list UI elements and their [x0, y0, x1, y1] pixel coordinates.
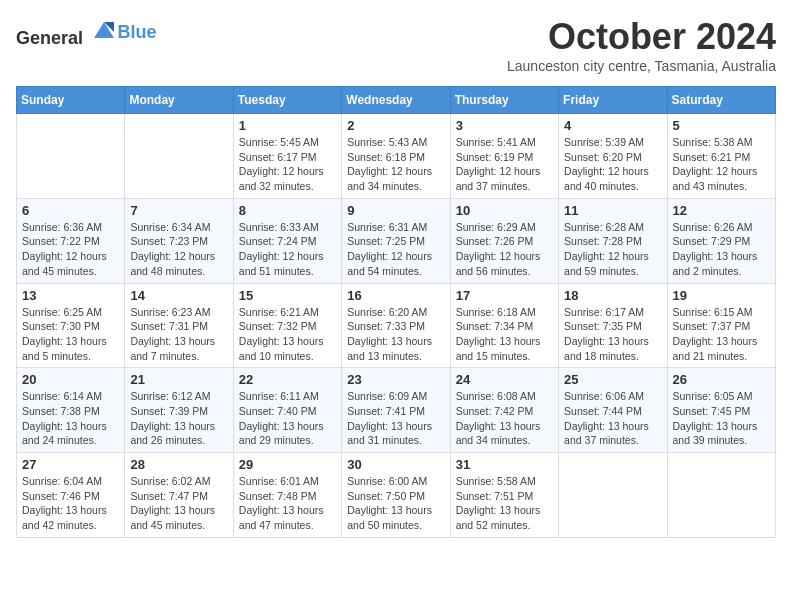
day-number: 31: [456, 457, 553, 472]
calendar-cell: 17Sunrise: 6:18 AMSunset: 7:34 PMDayligh…: [450, 283, 558, 368]
day-number: 19: [673, 288, 770, 303]
day-info: Sunrise: 6:28 AMSunset: 7:28 PMDaylight:…: [564, 220, 661, 279]
month-title: October 2024: [507, 16, 776, 58]
calendar-cell: 6Sunrise: 6:36 AMSunset: 7:22 PMDaylight…: [17, 198, 125, 283]
title-block: October 2024 Launceston city centre, Tas…: [507, 16, 776, 74]
day-number: 23: [347, 372, 444, 387]
day-number: 4: [564, 118, 661, 133]
day-number: 11: [564, 203, 661, 218]
day-info: Sunrise: 6:15 AMSunset: 7:37 PMDaylight:…: [673, 305, 770, 364]
day-number: 21: [130, 372, 227, 387]
day-info: Sunrise: 6:20 AMSunset: 7:33 PMDaylight:…: [347, 305, 444, 364]
calendar-cell: 2Sunrise: 5:43 AMSunset: 6:18 PMDaylight…: [342, 114, 450, 199]
day-number: 17: [456, 288, 553, 303]
calendar-cell: 31Sunrise: 5:58 AMSunset: 7:51 PMDayligh…: [450, 453, 558, 538]
day-info: Sunrise: 6:17 AMSunset: 7:35 PMDaylight:…: [564, 305, 661, 364]
day-number: 24: [456, 372, 553, 387]
calendar-cell: 26Sunrise: 6:05 AMSunset: 7:45 PMDayligh…: [667, 368, 775, 453]
calendar-cell: 29Sunrise: 6:01 AMSunset: 7:48 PMDayligh…: [233, 453, 341, 538]
day-number: 2: [347, 118, 444, 133]
day-number: 9: [347, 203, 444, 218]
day-info: Sunrise: 6:34 AMSunset: 7:23 PMDaylight:…: [130, 220, 227, 279]
day-info: Sunrise: 6:31 AMSunset: 7:25 PMDaylight:…: [347, 220, 444, 279]
calendar-cell: 28Sunrise: 6:02 AMSunset: 7:47 PMDayligh…: [125, 453, 233, 538]
day-number: 25: [564, 372, 661, 387]
day-info: Sunrise: 6:12 AMSunset: 7:39 PMDaylight:…: [130, 389, 227, 448]
calendar-cell: [125, 114, 233, 199]
weekday-header: Thursday: [450, 87, 558, 114]
day-number: 28: [130, 457, 227, 472]
day-info: Sunrise: 5:38 AMSunset: 6:21 PMDaylight:…: [673, 135, 770, 194]
calendar-cell: 13Sunrise: 6:25 AMSunset: 7:30 PMDayligh…: [17, 283, 125, 368]
day-info: Sunrise: 6:00 AMSunset: 7:50 PMDaylight:…: [347, 474, 444, 533]
day-info: Sunrise: 6:09 AMSunset: 7:41 PMDaylight:…: [347, 389, 444, 448]
day-info: Sunrise: 6:25 AMSunset: 7:30 PMDaylight:…: [22, 305, 119, 364]
day-info: Sunrise: 6:02 AMSunset: 7:47 PMDaylight:…: [130, 474, 227, 533]
calendar-cell: 30Sunrise: 6:00 AMSunset: 7:50 PMDayligh…: [342, 453, 450, 538]
day-info: Sunrise: 6:08 AMSunset: 7:42 PMDaylight:…: [456, 389, 553, 448]
calendar-cell: 1Sunrise: 5:45 AMSunset: 6:17 PMDaylight…: [233, 114, 341, 199]
day-number: 6: [22, 203, 119, 218]
day-number: 10: [456, 203, 553, 218]
logo-icon: [90, 16, 118, 44]
day-number: 3: [456, 118, 553, 133]
day-number: 7: [130, 203, 227, 218]
day-info: Sunrise: 6:21 AMSunset: 7:32 PMDaylight:…: [239, 305, 336, 364]
day-info: Sunrise: 6:36 AMSunset: 7:22 PMDaylight:…: [22, 220, 119, 279]
logo: General Blue: [16, 16, 157, 49]
calendar-cell: 18Sunrise: 6:17 AMSunset: 7:35 PMDayligh…: [559, 283, 667, 368]
day-info: Sunrise: 6:04 AMSunset: 7:46 PMDaylight:…: [22, 474, 119, 533]
day-info: Sunrise: 6:18 AMSunset: 7:34 PMDaylight:…: [456, 305, 553, 364]
calendar-cell: 7Sunrise: 6:34 AMSunset: 7:23 PMDaylight…: [125, 198, 233, 283]
calendar-cell: 19Sunrise: 6:15 AMSunset: 7:37 PMDayligh…: [667, 283, 775, 368]
calendar-cell: 20Sunrise: 6:14 AMSunset: 7:38 PMDayligh…: [17, 368, 125, 453]
day-info: Sunrise: 6:14 AMSunset: 7:38 PMDaylight:…: [22, 389, 119, 448]
day-info: Sunrise: 6:05 AMSunset: 7:45 PMDaylight:…: [673, 389, 770, 448]
page-header: General Blue October 2024 Launceston cit…: [16, 16, 776, 74]
weekday-header: Wednesday: [342, 87, 450, 114]
day-number: 8: [239, 203, 336, 218]
calendar-cell: 4Sunrise: 5:39 AMSunset: 6:20 PMDaylight…: [559, 114, 667, 199]
weekday-header: Tuesday: [233, 87, 341, 114]
day-info: Sunrise: 6:06 AMSunset: 7:44 PMDaylight:…: [564, 389, 661, 448]
calendar-cell: [667, 453, 775, 538]
calendar-week-row: 13Sunrise: 6:25 AMSunset: 7:30 PMDayligh…: [17, 283, 776, 368]
calendar-cell: 3Sunrise: 5:41 AMSunset: 6:19 PMDaylight…: [450, 114, 558, 199]
day-number: 5: [673, 118, 770, 133]
calendar-cell: 5Sunrise: 5:38 AMSunset: 6:21 PMDaylight…: [667, 114, 775, 199]
day-info: Sunrise: 6:29 AMSunset: 7:26 PMDaylight:…: [456, 220, 553, 279]
day-number: 15: [239, 288, 336, 303]
day-info: Sunrise: 5:43 AMSunset: 6:18 PMDaylight:…: [347, 135, 444, 194]
logo-blue: Blue: [118, 22, 157, 42]
calendar-cell: 27Sunrise: 6:04 AMSunset: 7:46 PMDayligh…: [17, 453, 125, 538]
day-number: 30: [347, 457, 444, 472]
calendar-table: SundayMondayTuesdayWednesdayThursdayFrid…: [16, 86, 776, 538]
calendar-cell: [17, 114, 125, 199]
day-number: 12: [673, 203, 770, 218]
calendar-cell: 15Sunrise: 6:21 AMSunset: 7:32 PMDayligh…: [233, 283, 341, 368]
day-number: 16: [347, 288, 444, 303]
day-info: Sunrise: 5:39 AMSunset: 6:20 PMDaylight:…: [564, 135, 661, 194]
calendar-week-row: 6Sunrise: 6:36 AMSunset: 7:22 PMDaylight…: [17, 198, 776, 283]
weekday-header: Saturday: [667, 87, 775, 114]
day-info: Sunrise: 5:45 AMSunset: 6:17 PMDaylight:…: [239, 135, 336, 194]
calendar-cell: 25Sunrise: 6:06 AMSunset: 7:44 PMDayligh…: [559, 368, 667, 453]
calendar-cell: 21Sunrise: 6:12 AMSunset: 7:39 PMDayligh…: [125, 368, 233, 453]
calendar-cell: 9Sunrise: 6:31 AMSunset: 7:25 PMDaylight…: [342, 198, 450, 283]
calendar-cell: 11Sunrise: 6:28 AMSunset: 7:28 PMDayligh…: [559, 198, 667, 283]
weekday-header: Sunday: [17, 87, 125, 114]
day-info: Sunrise: 6:01 AMSunset: 7:48 PMDaylight:…: [239, 474, 336, 533]
day-number: 14: [130, 288, 227, 303]
day-number: 29: [239, 457, 336, 472]
weekday-header: Monday: [125, 87, 233, 114]
calendar-cell: [559, 453, 667, 538]
calendar-cell: 8Sunrise: 6:33 AMSunset: 7:24 PMDaylight…: [233, 198, 341, 283]
calendar-cell: 23Sunrise: 6:09 AMSunset: 7:41 PMDayligh…: [342, 368, 450, 453]
calendar-cell: 16Sunrise: 6:20 AMSunset: 7:33 PMDayligh…: [342, 283, 450, 368]
day-number: 26: [673, 372, 770, 387]
day-info: Sunrise: 6:23 AMSunset: 7:31 PMDaylight:…: [130, 305, 227, 364]
calendar-cell: 10Sunrise: 6:29 AMSunset: 7:26 PMDayligh…: [450, 198, 558, 283]
day-info: Sunrise: 5:41 AMSunset: 6:19 PMDaylight:…: [456, 135, 553, 194]
calendar-cell: 24Sunrise: 6:08 AMSunset: 7:42 PMDayligh…: [450, 368, 558, 453]
calendar-header-row: SundayMondayTuesdayWednesdayThursdayFrid…: [17, 87, 776, 114]
